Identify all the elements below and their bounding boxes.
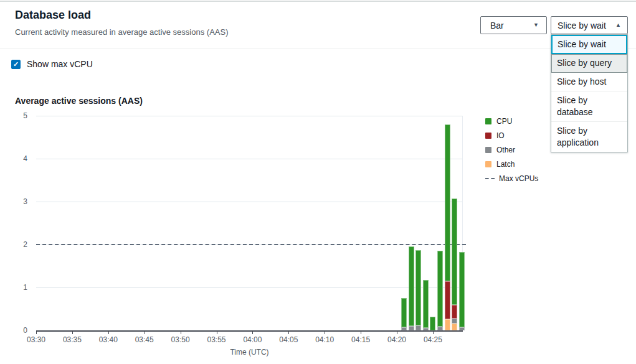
legend-label: CPU xyxy=(496,117,512,126)
x-tick-label: 04:25 xyxy=(419,335,447,344)
legend-item-cpu[interactable]: CPU xyxy=(485,117,538,125)
legend-label: IO xyxy=(496,131,505,140)
legend-color-swatch-icon xyxy=(485,161,491,167)
x-tick-label: 03:55 xyxy=(203,335,230,344)
slice-option-slice-by-database[interactable]: Slice by database xyxy=(551,91,627,122)
x-tick-mark xyxy=(72,332,73,334)
x-tick-label: 04:15 xyxy=(347,335,374,344)
y-tick-label: 0 xyxy=(10,326,27,335)
bar-segment-cpu[interactable] xyxy=(445,124,450,282)
bar-segment-other[interactable] xyxy=(409,326,414,330)
x-tick-label: 04:00 xyxy=(239,335,266,344)
x-axis-title: Time (UTC) xyxy=(187,348,312,357)
legend-color-swatch-icon xyxy=(485,147,491,153)
legend-label: Other xyxy=(496,146,515,154)
x-tick-mark xyxy=(325,332,325,334)
gridline xyxy=(36,202,463,202)
gridline xyxy=(36,116,463,116)
legend-item-other[interactable]: Other xyxy=(485,146,538,154)
x-tick-mark xyxy=(36,332,37,334)
legend-color-swatch-icon xyxy=(485,118,491,124)
x-tick-mark xyxy=(288,332,289,334)
bar-segment-cpu[interactable] xyxy=(437,251,443,327)
x-tick-mark xyxy=(361,332,361,334)
bar-segment-latch[interactable] xyxy=(445,319,450,330)
x-tick-mark xyxy=(181,332,181,334)
legend-item-io[interactable]: IO xyxy=(485,131,538,139)
database-load-panel: Database load Current activity measured … xyxy=(0,0,636,364)
x-tick-mark xyxy=(217,332,217,334)
x-tick-label: 03:35 xyxy=(59,335,86,344)
x-axis-line xyxy=(36,330,463,332)
x-tick-label: 03:45 xyxy=(131,335,158,344)
bar-segment-cpu[interactable] xyxy=(423,280,429,328)
bar-segment-other[interactable] xyxy=(452,319,457,324)
x-tick-label: 03:40 xyxy=(95,335,122,344)
x-tick-label: 04:20 xyxy=(383,335,411,344)
bar-segment-io[interactable] xyxy=(452,305,457,318)
slice-option-slice-by-wait[interactable]: Slice by wait xyxy=(551,35,627,54)
bar-segment-latch[interactable] xyxy=(452,324,457,330)
x-tick-label: 04:10 xyxy=(311,335,338,344)
x-tick-label: 03:50 xyxy=(167,335,194,344)
chart-legend: CPUIOOtherLatchMax vCPUs xyxy=(485,117,538,189)
legend-label: Max vCPUs xyxy=(499,174,538,183)
slice-by-dropdown: Slice by waitSlice by querySlice by host… xyxy=(551,34,628,152)
bar-segment-cpu[interactable] xyxy=(459,252,465,327)
bar-segment-cpu[interactable] xyxy=(401,298,407,327)
x-tick-mark xyxy=(252,332,253,334)
slice-option-slice-by-query[interactable]: Slice by query xyxy=(551,54,627,73)
y-tick-label: 2 xyxy=(10,240,27,249)
y-tick-label: 1 xyxy=(10,283,27,292)
gridline xyxy=(36,159,463,159)
slice-option-slice-by-host[interactable]: Slice by host xyxy=(551,73,627,91)
legend-dashed-line-icon xyxy=(485,178,495,179)
x-tick-mark xyxy=(108,332,109,334)
x-tick-label: 03:30 xyxy=(22,335,50,344)
bar-segment-cpu[interactable] xyxy=(415,250,421,325)
bar-segment-cpu[interactable] xyxy=(452,198,457,306)
bar-segment-cpu[interactable] xyxy=(409,246,414,326)
bar-segment-cpu[interactable] xyxy=(430,317,435,330)
legend-item-latch[interactable]: Latch xyxy=(485,160,538,168)
bar-segment-io[interactable] xyxy=(445,281,450,319)
gridline xyxy=(36,287,463,288)
legend-color-swatch-icon xyxy=(485,133,491,139)
y-tick-label: 3 xyxy=(10,197,27,206)
bar-segment-other[interactable] xyxy=(415,325,421,330)
slice-option-slice-by-application[interactable]: Slice by application xyxy=(551,122,627,152)
x-tick-mark xyxy=(433,332,434,334)
legend-item-max-vcpus[interactable]: Max vCPUs xyxy=(485,174,538,182)
x-tick-label: 04:05 xyxy=(275,335,302,344)
aas-chart: 03:3003:3503:4003:4503:5003:5504:0004:05… xyxy=(0,0,636,364)
x-tick-mark xyxy=(145,332,145,334)
max-vcpu-line xyxy=(36,244,466,245)
y-tick-label: 5 xyxy=(10,111,27,120)
x-tick-mark xyxy=(397,332,397,334)
legend-label: Latch xyxy=(496,160,515,169)
y-tick-label: 4 xyxy=(10,154,27,163)
